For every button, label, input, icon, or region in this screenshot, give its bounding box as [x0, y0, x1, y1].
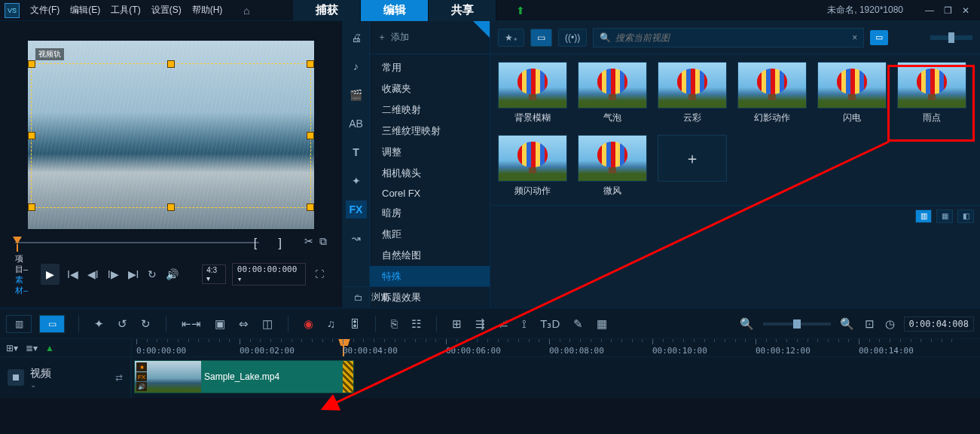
- annotation-arrow: [0, 0, 980, 434]
- svg-line-0: [324, 142, 889, 408]
